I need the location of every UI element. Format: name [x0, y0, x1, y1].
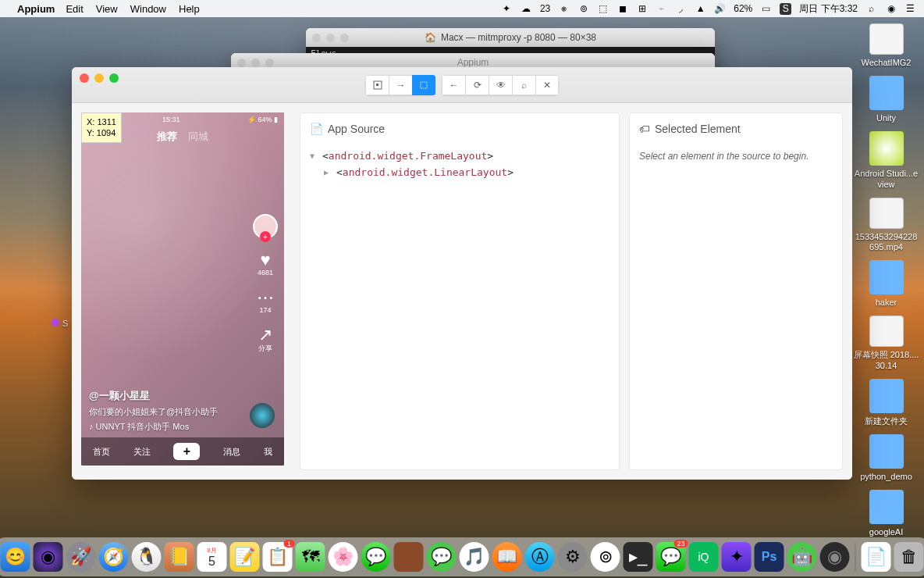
desktop-icon[interactable]: Unity: [853, 76, 919, 123]
dock-calendar[interactable]: 8月5: [197, 542, 227, 572]
dock-terminal[interactable]: ▸_: [624, 542, 653, 572]
phone-screen[interactable]: ◦◦◦15:31⚡ 64% ▮ ⌕ 推荐 同城 ♥4681 ⋯174 ↗分享 @…: [81, 112, 284, 466]
dock-iqiyi[interactable]: iQ: [689, 542, 719, 572]
comment-button[interactable]: ⋯174: [257, 289, 274, 314]
macos-menubar: Appium Edit View Window Help ✦ ☁ 23 ⎈ ⊚ …: [0, 0, 924, 17]
refresh-button[interactable]: ⟳: [465, 75, 489, 95]
phone-nav-bar: 首页 关注 + 消息 我: [81, 437, 284, 466]
tap-mode-button[interactable]: [412, 75, 435, 95]
minimize-button[interactable]: [94, 73, 104, 83]
appium-title: Appium: [457, 57, 489, 68]
display-icon[interactable]: ▲: [695, 3, 706, 15]
bluetooth-icon[interactable]: ⌁: [656, 3, 667, 15]
dock-folder[interactable]: 📄: [862, 542, 891, 572]
menu-window[interactable]: Window: [130, 3, 166, 15]
like-button[interactable]: ♥4681: [258, 252, 273, 277]
sidebar-shortcut[interactable]: S: [52, 319, 68, 328]
desktop-icon[interactable]: 屏幕快照 2018....30.14: [853, 316, 919, 370]
dock-obs[interactable]: ◉: [820, 542, 850, 572]
menubar-clock[interactable]: 周日 下午3:32: [799, 2, 858, 16]
dock-photoshop[interactable]: Ps: [755, 542, 784, 572]
status-icon-2[interactable]: ◼: [617, 3, 628, 15]
dock-ibooks[interactable]: 📖: [492, 542, 522, 572]
menu-view[interactable]: View: [96, 3, 118, 15]
tree-node-framelayout[interactable]: ▼ <android.widget.FrameLayout>: [310, 148, 609, 164]
menu-help[interactable]: Help: [179, 3, 200, 15]
notification-center-icon[interactable]: ☰: [904, 3, 916, 15]
dock-android[interactable]: 🤖: [787, 542, 817, 572]
select-mode-button[interactable]: [365, 75, 389, 95]
music-disc-icon[interactable]: [250, 403, 275, 428]
docker-icon[interactable]: ⎈: [558, 3, 570, 15]
desktop-icon[interactable]: python_demo: [853, 434, 919, 482]
tab-nearby[interactable]: 同城: [188, 130, 208, 144]
dock-settings[interactable]: ⚙: [558, 542, 588, 572]
desktop-icon[interactable]: googleAI: [853, 490, 919, 537]
dock-qq[interactable]: 🐧: [132, 542, 162, 572]
menubar-app-name[interactable]: Appium: [17, 3, 55, 15]
sogou-icon[interactable]: S: [780, 3, 791, 15]
nav-me[interactable]: 我: [264, 446, 272, 458]
status-icon-1[interactable]: ⬚: [597, 3, 609, 15]
tree-node-linearlayout[interactable]: ▶ <android.widget.LinearLayout>: [310, 164, 609, 180]
nav-home[interactable]: 首页: [93, 446, 110, 458]
nav-inbox[interactable]: 消息: [223, 446, 240, 458]
cloud-icon[interactable]: ⊚: [578, 3, 589, 15]
desktop-icon[interactable]: haker: [853, 260, 919, 308]
eye-button[interactable]: 👁: [489, 75, 512, 95]
tag-icon: 🏷: [639, 123, 650, 135]
wifi-icon[interactable]: ◞: [675, 3, 687, 15]
search-button[interactable]: ⌕: [512, 75, 535, 95]
dock-trash[interactable]: 🗑: [894, 542, 924, 572]
caret-down-icon[interactable]: ▼: [310, 152, 318, 160]
tab-recommend[interactable]: 推荐: [157, 130, 177, 144]
source-tree[interactable]: ▼ <android.widget.FrameLayout> ▶ <androi…: [310, 148, 609, 180]
dock-reminders[interactable]: 📋1: [263, 542, 293, 572]
close-button[interactable]: [80, 73, 89, 83]
svg-rect-1: [376, 84, 378, 86]
nav-create-button[interactable]: +: [173, 443, 200, 460]
spotlight-icon[interactable]: ⌕: [865, 3, 877, 15]
dock-appstore[interactable]: Ⓐ: [525, 542, 555, 572]
share-button[interactable]: ↗分享: [258, 326, 272, 354]
dock-itunes[interactable]: 🎵: [460, 542, 489, 572]
zoom-button[interactable]: [109, 73, 119, 83]
battery-icon[interactable]: ▭: [760, 3, 772, 15]
volume-icon[interactable]: 🔊: [714, 3, 726, 15]
caret-right-icon[interactable]: ▶: [324, 168, 332, 177]
dock-appium[interactable]: ✦: [722, 542, 752, 572]
menu-edit[interactable]: Edit: [66, 3, 83, 15]
dock-launchpad[interactable]: 🚀: [66, 542, 96, 572]
dock-notes[interactable]: 📝: [230, 542, 260, 572]
dock-app-1[interactable]: [394, 542, 424, 572]
terminal-titlebar[interactable]: 🏠Macx — mitmproxy -p 8080 — 80×38: [306, 28, 715, 47]
desktop-icon[interactable]: 1533453294228695.mp4: [853, 198, 919, 252]
inspector-titlebar[interactable]: → ← ⟳ 👁 ⌕ ✕: [72, 67, 852, 103]
siri-menubar-icon[interactable]: ◉: [885, 3, 897, 15]
dock-safari[interactable]: 🧭: [99, 542, 129, 572]
status-icon-3[interactable]: ⊞: [636, 3, 648, 15]
swipe-mode-button[interactable]: →: [389, 75, 412, 95]
dock-app-2[interactable]: 💬: [427, 542, 457, 572]
back-button[interactable]: ←: [442, 75, 465, 95]
dock-photos[interactable]: 🌸: [329, 542, 358, 572]
dock-chrome[interactable]: ⊚: [591, 542, 620, 572]
device-preview[interactable]: X: 1311 Y: 1094 ◦◦◦15:31⚡ 64% ▮ ⌕ 推荐 同城 …: [81, 112, 290, 470]
nav-follow[interactable]: 关注: [133, 446, 151, 458]
bird-icon[interactable]: ✦: [501, 3, 513, 15]
desktop-icon[interactable]: Android Studi...eview: [853, 131, 919, 189]
desktop-icon[interactable]: 新建文件夹: [853, 379, 919, 426]
music-info[interactable]: ♪ UNNYT 抖音小助手 Mos: [89, 421, 245, 433]
dock-contacts[interactable]: 📒: [165, 542, 194, 572]
close-session-button[interactable]: ✕: [535, 75, 559, 95]
dock-wechat[interactable]: 💬23: [656, 542, 686, 572]
dock-siri[interactable]: ◉: [34, 542, 63, 572]
desktop-icons-area: WechatIMG2 Unity Android Studi...eview 1…: [853, 23, 919, 537]
dock-messages[interactable]: 💬: [361, 542, 391, 572]
dock-maps[interactable]: 🗺: [296, 542, 325, 572]
author-avatar[interactable]: [253, 214, 278, 239]
author-name[interactable]: @一颗小星星: [89, 389, 245, 403]
dock-finder[interactable]: 😊: [1, 542, 30, 572]
wechat-menubar-icon[interactable]: ☁: [521, 3, 532, 15]
desktop-icon[interactable]: WechatIMG2: [853, 23, 919, 68]
